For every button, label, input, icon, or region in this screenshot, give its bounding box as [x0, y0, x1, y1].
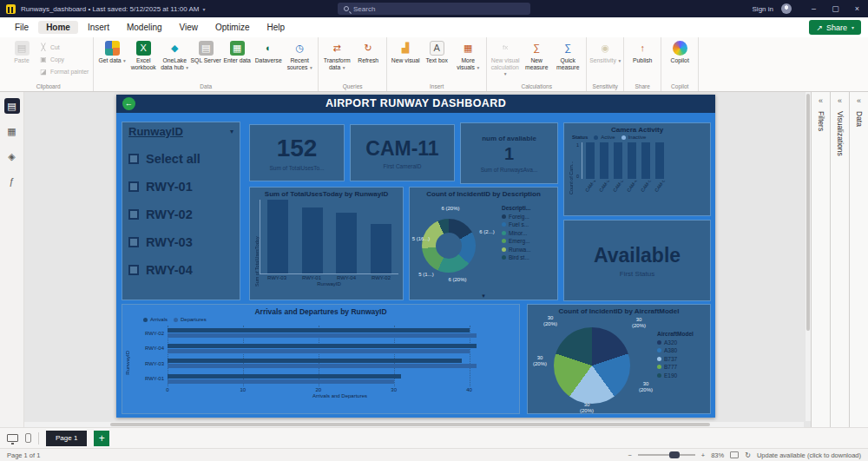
recent-sources-button[interactable]: ◷Recent sources ▾ — [284, 39, 315, 70]
page-tab[interactable]: Page 1 — [46, 431, 87, 446]
bar[interactable] — [168, 359, 462, 363]
bar[interactable] — [614, 142, 622, 179]
menu-modeling[interactable]: Modeling — [119, 21, 170, 34]
first-status-card[interactable]: Available First Status — [563, 220, 711, 301]
copy-button[interactable]: ▣Copy — [39, 55, 89, 63]
bar[interactable] — [168, 333, 477, 338]
bar[interactable] — [336, 213, 357, 273]
update-link[interactable]: Update available (click to download) — [757, 451, 861, 459]
vertical-scrollbar[interactable] — [806, 92, 811, 421]
publish-button[interactable]: ↑Publish — [627, 39, 658, 64]
zoom-slider[interactable] — [638, 454, 695, 456]
dataverse-button[interactable]: ◐Dataverse — [253, 39, 284, 64]
zoom-slider-handle[interactable] — [669, 451, 680, 458]
minimize-button[interactable]: – — [803, 0, 825, 17]
expand-icon[interactable]: « — [838, 96, 842, 105]
zoom-out-button[interactable]: − — [628, 451, 631, 459]
enter-data-button[interactable]: ▦Enter data — [221, 39, 253, 64]
table-view-icon[interactable]: ▦ — [4, 123, 20, 139]
zoom-in-button[interactable]: + — [701, 451, 705, 459]
onelake-data-hub-button[interactable]: ◆OneLake data hub ▾ — [159, 39, 190, 70]
bar[interactable] — [586, 142, 595, 179]
text-box-button[interactable]: AText box — [421, 39, 452, 64]
slicer-item-rwy-01[interactable]: RWY-01 — [128, 180, 233, 194]
pane-visualizations[interactable]: «Visualizations — [830, 92, 849, 427]
menu-help[interactable]: Help — [259, 21, 293, 34]
get-data-button[interactable]: Get data ▾ — [96, 39, 128, 64]
tick-label: 20 — [315, 387, 321, 392]
paste-button[interactable]: ▤Paste — [6, 39, 37, 64]
expand-icon[interactable]: « — [819, 96, 823, 105]
checkbox[interactable] — [128, 237, 139, 247]
mobile-view-icon[interactable] — [25, 433, 31, 443]
account-avatar[interactable] — [781, 3, 792, 14]
refresh-button[interactable]: ↻Refresh — [352, 39, 384, 64]
checkbox[interactable] — [128, 265, 139, 275]
first-camera-card[interactable]: CAM-11 First CameraID — [350, 124, 455, 181]
expand-icon[interactable]: « — [857, 96, 861, 105]
category-label: RWY-03 — [131, 361, 164, 366]
desktop-view-icon[interactable] — [7, 434, 18, 442]
pie-chart[interactable] — [554, 327, 630, 404]
new-visual-calculation-button[interactable]: fxNew visual calculation ▾ — [490, 39, 521, 77]
copilot-button[interactable]: Copilot — [664, 39, 695, 64]
new-measure-button[interactable]: ∑New measure — [521, 39, 552, 70]
slicer-item-rwy-02[interactable]: RWY-02 — [128, 207, 233, 221]
close-button[interactable]: × — [846, 0, 868, 17]
checkbox[interactable] — [128, 154, 139, 164]
pane-data[interactable]: «Data — [849, 92, 868, 427]
slicer-item-select-all[interactable]: Select all — [128, 152, 233, 166]
report-view-icon[interactable]: ▤ — [4, 98, 20, 114]
quick-measure-button[interactable]: ∑Quick measure — [552, 39, 583, 70]
donut-chart[interactable] — [422, 219, 476, 273]
maximize-button[interactable]: ▢ — [825, 0, 846, 17]
new-page-button[interactable]: + — [94, 431, 109, 446]
checkbox[interactable] — [128, 209, 139, 220]
bar[interactable] — [371, 224, 391, 273]
bar[interactable] — [168, 364, 477, 368]
bar[interactable] — [641, 142, 650, 179]
bar[interactable] — [302, 207, 323, 273]
search-box[interactable]: Search — [338, 3, 530, 15]
runways-available-card[interactable]: num of avaliable 1 Sum of RunwaysAva... — [460, 122, 558, 184]
more-visuals-button[interactable]: ▦More visuals ▾ — [452, 39, 483, 70]
sign-in-link[interactable]: Sign in — [753, 5, 773, 13]
bar[interactable] — [628, 142, 636, 179]
scrollbar-thumb[interactable] — [110, 423, 710, 426]
pane-filters[interactable]: «Filters — [811, 92, 830, 427]
model-view-icon[interactable]: ◈ — [4, 148, 20, 164]
fit-to-page-icon[interactable] — [730, 451, 739, 458]
title-dropdown-icon[interactable]: ▾ — [202, 6, 205, 12]
sensitivity-button[interactable]: ◉Sensitivity ▾ — [589, 39, 621, 64]
bar[interactable] — [168, 344, 477, 348]
chevron-down-icon[interactable]: ▾ — [482, 293, 485, 300]
bar[interactable] — [655, 142, 664, 179]
bar[interactable] — [168, 379, 394, 384]
bar[interactable] — [267, 200, 288, 273]
bar[interactable] — [600, 142, 608, 179]
bar[interactable] — [168, 374, 401, 379]
menu-view[interactable]: View — [172, 21, 207, 34]
bar[interactable] — [168, 328, 470, 333]
bar[interactable] — [168, 349, 470, 353]
new-visual-button[interactable]: ▟New visual — [390, 39, 421, 64]
checkbox[interactable] — [128, 181, 139, 192]
menu-insert[interactable]: Insert — [80, 21, 117, 34]
excel-workbook-button[interactable]: XExcel workbook — [128, 39, 159, 70]
total-uses-card[interactable]: 152 Sum of TotalUsesTo... — [249, 124, 345, 181]
slicer-item-rwy-03[interactable]: RWY-03 — [128, 235, 233, 249]
transform-data-button[interactable]: ⇄Transform data ▾ — [321, 39, 352, 70]
share-button[interactable]: ↗ Share ▾ — [809, 20, 861, 35]
y-axis-labels: RWY-02RWY-04RWY-03RWY-01 — [131, 326, 164, 386]
dax-query-view-icon[interactable]: ƒ — [4, 174, 20, 189]
sql-server-button[interactable]: ▤SQL Server — [190, 39, 221, 64]
menu-optimize[interactable]: Optimize — [207, 21, 257, 34]
format-painter-button[interactable]: ◪Format painter — [39, 67, 89, 76]
cut-button[interactable]: ╳Cut — [39, 43, 89, 51]
chevron-down-icon[interactable]: ▾ — [230, 128, 233, 135]
scrollbar-thumb[interactable] — [806, 94, 810, 331]
back-button[interactable]: ← — [122, 97, 135, 110]
slicer-item-rwy-04[interactable]: RWY-04 — [128, 263, 233, 277]
menu-file[interactable]: File — [7, 21, 36, 34]
menu-home[interactable]: Home — [38, 21, 78, 34]
